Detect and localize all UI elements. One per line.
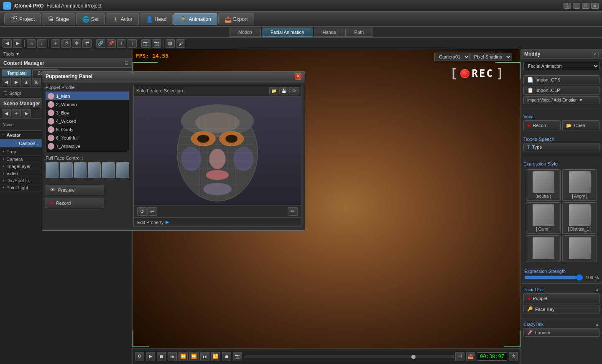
sf-reset-btn[interactable]: ↩ (147, 207, 157, 216)
sm-tool-3[interactable]: ▶ (22, 109, 31, 117)
expr-5[interactable] (526, 235, 561, 262)
toolbar-link[interactable]: 🔗 (96, 39, 105, 48)
expr-calm[interactable]: [ Calm ] (526, 202, 561, 234)
sf-btn-settings[interactable]: ⚙ (289, 87, 298, 94)
type-btn[interactable]: T Type (523, 143, 599, 151)
sub-hands[interactable]: Hands (314, 28, 345, 37)
cm-close[interactable]: ⊟ (125, 60, 129, 66)
toolbar-t2[interactable]: T (128, 39, 137, 48)
sf-edit-btn[interactable]: ✏ (288, 207, 298, 216)
face-thumb-5[interactable] (102, 162, 115, 178)
cm-tool-2[interactable]: ▶ (12, 78, 21, 86)
face-thumb-6[interactable] (116, 162, 129, 178)
tl-rew[interactable]: ⏪ (179, 352, 188, 361)
pointlight-expand[interactable]: + (3, 186, 5, 190)
shading-select[interactable]: Pixel Shading (469, 53, 512, 61)
edit-property-btn[interactable]: Edit Property ▶ (134, 217, 301, 227)
face-thumb-3[interactable] (74, 162, 87, 178)
expr-distrust1[interactable]: [ Distrust_1 ] (562, 202, 597, 234)
profile-item-5goofy[interactable]: 5_Goofy (46, 125, 129, 134)
tl-loop[interactable]: 🔁 (211, 352, 220, 361)
face-thumb-4[interactable] (88, 162, 101, 178)
import-clp-btn[interactable]: 📋 Import .CLP (523, 86, 599, 95)
sm-tool-2[interactable]: + (12, 109, 21, 117)
nav-head[interactable]: 👤 Head (140, 13, 173, 25)
toolbar-move[interactable]: ✥ (72, 39, 81, 48)
expr-6[interactable] (562, 235, 597, 262)
profile-item-6youthful[interactable]: 6_Youthful (46, 134, 129, 142)
face-thumb-2[interactable] (60, 162, 73, 178)
nav-actor[interactable]: 🚶 Actor (106, 13, 139, 25)
timeline-track[interactable] (244, 355, 454, 358)
sub-path[interactable]: Path (345, 28, 372, 37)
imagelayer-expand[interactable]: + (3, 164, 5, 168)
profile-item-3boy[interactable]: 3_Boy (46, 109, 129, 117)
toolbar-add[interactable]: + (51, 39, 60, 48)
cm-tool-1[interactable]: ◀ (2, 78, 11, 86)
toolbar-paint[interactable]: 🖌 (176, 39, 185, 48)
cm-tool-4[interactable]: ⊞ (32, 78, 41, 86)
prop-expand[interactable]: + (3, 150, 5, 154)
tl-prev-frame[interactable]: ⏮ (168, 352, 177, 361)
tl-camera[interactable]: 📷 (233, 352, 242, 361)
timeline-thumb[interactable] (411, 355, 416, 359)
nav-export[interactable]: 📤 Export (218, 13, 254, 25)
profile-item-7attractive[interactable]: 7_Attractive (46, 142, 129, 150)
toolbar-down[interactable]: ↓ (37, 39, 46, 48)
tools-label[interactable]: Tools ▼ (3, 51, 20, 56)
sf-btn-save[interactable]: 💾 (279, 87, 288, 94)
close-button[interactable]: ✕ (591, 3, 599, 9)
cm-tab-template[interactable]: Template (2, 69, 31, 76)
profile-item-4wicked[interactable]: 4_Wicked (46, 117, 129, 125)
tl-stop[interactable]: ⏹ (157, 352, 166, 361)
puppet-btn[interactable]: ● Puppet (523, 293, 599, 303)
expr-neutral[interactable]: (neutral) (526, 169, 561, 201)
preview-btn[interactable]: 👁 Preview (46, 185, 104, 195)
sub-motion[interactable]: Motion (230, 28, 261, 37)
toolbar-t1[interactable]: T (117, 39, 126, 48)
sub-facial-animation[interactable]: Facial Animation (262, 28, 313, 37)
tl-ffw[interactable]: ⏩ (189, 352, 199, 361)
script-checkbox[interactable]: ☐ (3, 90, 8, 96)
expr-angry[interactable]: [ Angry ] (562, 169, 597, 201)
toolbar-rotate[interactable]: ↺ (61, 39, 71, 48)
facekey-btn[interactable]: 🔑 Face Key (523, 305, 599, 313)
toolbar-fwd[interactable]: ▶ (13, 39, 22, 48)
nav-animation[interactable]: 🏃 Animation (173, 13, 217, 25)
nav-project[interactable]: 🎬 Project (4, 13, 41, 25)
expr-strength-slider[interactable] (524, 276, 583, 279)
puppet-panel-close[interactable]: ✕ (295, 73, 301, 80)
puppet-record-btn[interactable]: ● Record (46, 198, 104, 208)
vocal-open-btn[interactable]: 📂 Open (562, 120, 599, 130)
video-expand[interactable]: + (3, 171, 5, 176)
camera-select[interactable]: Camera01 (434, 53, 470, 61)
dirspot-expand[interactable]: + (3, 178, 5, 183)
nav-stage[interactable]: 🏛 Stage (42, 13, 75, 25)
tl-record[interactable]: ⏺ (222, 352, 231, 361)
import-voice-btn[interactable]: Import Voice / Add Emotion ▼ (523, 96, 599, 104)
tl-end[interactable]: ⊣ (455, 352, 464, 361)
tl-export[interactable]: 📤 (466, 352, 475, 361)
sf-btn-folder[interactable]: 📁 (269, 87, 278, 94)
toolbar-cam[interactable]: 📷 (141, 39, 150, 48)
minimize-button[interactable]: — (573, 3, 580, 9)
tl-play[interactable]: ▶ (146, 352, 155, 361)
profile-item-2woman[interactable]: 2_Woman (46, 100, 129, 109)
toolbar-home[interactable]: ⌂ (27, 39, 36, 48)
tl-next-frame[interactable]: ⏭ (200, 352, 209, 361)
toolbar-pin[interactable]: 📌 (107, 39, 116, 48)
tl-settings2[interactable]: ⏱ (509, 352, 518, 361)
toolbar-back[interactable]: ◀ (3, 39, 12, 48)
cartoon-expand[interactable]: + (15, 141, 17, 145)
rp-check[interactable]: ✓ (592, 51, 599, 57)
face-thumb-1[interactable] (46, 162, 59, 178)
maximize-button[interactable]: □ (582, 3, 589, 9)
profile-item-1man[interactable]: 1_Man (46, 92, 129, 100)
help-button[interactable]: ? (564, 3, 571, 9)
tl-settings[interactable]: ⚙ (135, 352, 144, 361)
toolbar-flip[interactable]: ⇄ (82, 39, 92, 48)
rp-facial-dropdown[interactable]: Facial Animation (523, 62, 599, 70)
sm-tool-1[interactable]: ◀ (2, 109, 11, 117)
sf-rotate-btn[interactable]: ↺ (137, 207, 147, 216)
camera-expand[interactable]: + (3, 157, 5, 161)
